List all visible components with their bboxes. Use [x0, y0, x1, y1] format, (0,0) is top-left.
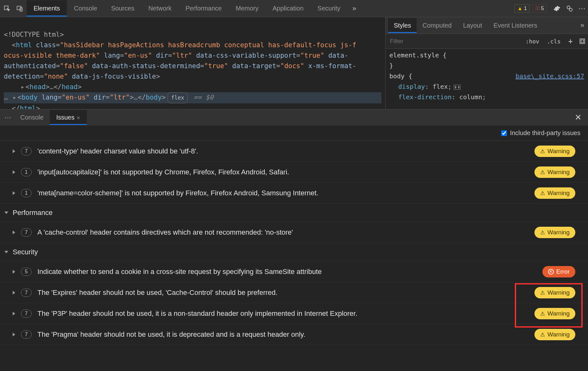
warning-triangle-icon	[540, 148, 545, 155]
experiments-icon[interactable]	[564, 3, 575, 14]
drawer-tab-console[interactable]: Console	[14, 110, 50, 125]
severity-badge: Warning	[534, 329, 575, 340]
issue-count: 7	[21, 289, 32, 297]
issue-count: 1	[21, 189, 32, 197]
include-third-party-row: Include third-party issues	[0, 126, 588, 141]
issue-category[interactable]: Security	[0, 243, 588, 261]
settings-gear-icon[interactable]	[551, 3, 563, 14]
styles-tabs: StylesComputedLayoutEvent Listeners »	[386, 17, 588, 34]
inspect-icon[interactable]	[1, 3, 13, 14]
tab-application[interactable]: Application	[265, 0, 310, 16]
styles-tab-event-listeners[interactable]: Event Listeners	[488, 18, 543, 33]
tab-sources[interactable]: Sources	[104, 0, 141, 16]
dom-tree-pane[interactable]: <!DOCTYPE html> <html class="hasSidebar …	[0, 17, 385, 109]
issue-row[interactable]: 7The 'P3P' header should not be used, it…	[0, 303, 588, 324]
svg-rect-6	[581, 40, 584, 42]
issue-count: 7	[21, 147, 32, 155]
issue-row[interactable]: 7'content-type' header charset value sho…	[0, 141, 588, 162]
styles-rules[interactable]: element.style { } body { base\_site.scss…	[386, 49, 588, 104]
chevron-right-icon	[13, 333, 15, 336]
error-circle-icon: ✕	[548, 269, 554, 275]
styles-tab-computed[interactable]: Computed	[417, 18, 457, 33]
dom-selected-node[interactable]: … ▸<body lang="en-us" dir="ltr">…</body>…	[4, 92, 381, 103]
styles-filter-input[interactable]	[386, 38, 522, 45]
issue-row[interactable]: 1'meta[name=color-scheme]' is not suppor…	[0, 183, 588, 204]
warning-triangle-icon	[540, 169, 545, 176]
svg-point-3	[567, 6, 570, 9]
close-tab-icon[interactable]: ✕	[76, 115, 80, 120]
drawer-menu-icon[interactable]: ⋯	[4, 114, 12, 122]
issue-text: Indicate whether to send a cookie in a c…	[37, 268, 537, 276]
issue-text: The 'Pragma' header should not be used, …	[37, 330, 529, 339]
issue-count: 7	[21, 330, 32, 339]
cls-toggle[interactable]: .cls	[543, 38, 564, 45]
rule-source-link[interactable]: base\_site.scss:57	[515, 71, 584, 81]
issue-row[interactable]: 5Indicate whether to send a cookie in a …	[0, 261, 588, 282]
warning-triangle-icon	[540, 229, 545, 236]
styles-tab-styles[interactable]: Styles	[388, 18, 417, 33]
warnings-badge[interactable]: ▲ 1	[514, 4, 530, 13]
hov-toggle[interactable]: :hov	[522, 38, 543, 45]
styles-tab-layout[interactable]: Layout	[457, 18, 488, 33]
issue-text: The 'P3P' header should not be used, it …	[37, 309, 529, 318]
drawer-tabs: ⋯ ConsoleIssues✕ ✕	[0, 109, 588, 126]
include-third-party-checkbox[interactable]	[501, 130, 507, 136]
chevron-right-icon	[13, 291, 15, 295]
issue-text: A 'cache-control' header contains direct…	[37, 228, 529, 237]
device-toggle-icon[interactable]	[14, 3, 25, 14]
tab-performance[interactable]: Performance	[179, 0, 229, 16]
issue-row[interactable]: 7The 'Expires' header should not be used…	[0, 282, 588, 303]
css-prop-flexdir[interactable]: flex-direction	[398, 93, 452, 101]
main-split: <!DOCTYPE html> <html class="hasSidebar …	[0, 17, 588, 109]
issue-row[interactable]: 7The 'Pragma' header should not be used,…	[0, 324, 588, 345]
more-tabs-icon[interactable]: »	[348, 3, 360, 14]
flexbox-editor-icon[interactable]	[454, 85, 461, 90]
devtools-main-tabs: ElementsConsoleSourcesNetworkPerformance…	[0, 0, 588, 17]
severity-badge: Warning	[534, 227, 575, 238]
warnings-count: 1	[524, 5, 527, 12]
rule-close: }	[389, 62, 393, 69]
severity-badge: Warning	[534, 146, 575, 157]
issue-count: 7	[21, 228, 32, 237]
warning-triangle-icon	[540, 289, 545, 296]
chevron-right-icon	[13, 149, 15, 153]
issue-count: 1	[21, 168, 32, 176]
warning-triangle-icon: ▲	[517, 5, 523, 12]
css-prop-display[interactable]: display	[398, 83, 425, 90]
tab-network[interactable]: Network	[141, 0, 178, 16]
issue-count: 5	[21, 268, 32, 276]
rule-body[interactable]: body {	[389, 72, 412, 80]
tab-security[interactable]: Security	[310, 0, 347, 16]
svg-rect-1	[17, 6, 21, 10]
new-style-rule-icon[interactable]: +	[565, 37, 577, 46]
warning-triangle-icon	[540, 310, 545, 317]
computed-toggle-icon[interactable]	[577, 36, 588, 47]
chevron-down-icon	[4, 212, 8, 214]
issue-text: 'content-type' header charset value shou…	[37, 147, 529, 155]
chevron-right-icon	[13, 191, 15, 195]
rule-element-style[interactable]: element.style {	[389, 51, 447, 59]
styles-more-tabs-icon[interactable]: »	[577, 20, 588, 31]
chevron-right-icon	[13, 270, 15, 274]
tab-console[interactable]: Console	[67, 0, 104, 16]
issue-category[interactable]: Performance	[0, 204, 588, 222]
styles-filter-row: :hov .cls +	[386, 34, 588, 49]
kebab-menu-icon[interactable]: ⋯	[577, 3, 588, 14]
severity-badge: ✕ Error	[542, 266, 575, 277]
errors-badge[interactable]: �⃠ 5	[533, 4, 547, 13]
tab-elements[interactable]: Elements	[27, 0, 67, 16]
chevron-right-icon	[13, 312, 15, 316]
tab-memory[interactable]: Memory	[229, 0, 265, 16]
drawer-tab-issues[interactable]: Issues✕	[50, 110, 87, 125]
drawer-close-icon[interactable]: ✕	[575, 113, 582, 122]
issue-text: The 'Expires' header should not be used,…	[37, 289, 529, 297]
issue-row[interactable]: 7A 'cache-control' header contains direc…	[0, 222, 588, 243]
errors-count: 5	[541, 5, 544, 12]
styles-pane: StylesComputedLayoutEvent Listeners » :h…	[385, 17, 588, 109]
issue-row[interactable]: 1'input[autocapitalize]' is not supporte…	[0, 162, 588, 183]
flex-badge[interactable]: flex	[168, 92, 188, 103]
category-label: Security	[13, 248, 38, 256]
issue-count: 7	[21, 309, 32, 318]
category-label: Performance	[13, 209, 53, 217]
severity-badge: Warning	[534, 187, 575, 199]
